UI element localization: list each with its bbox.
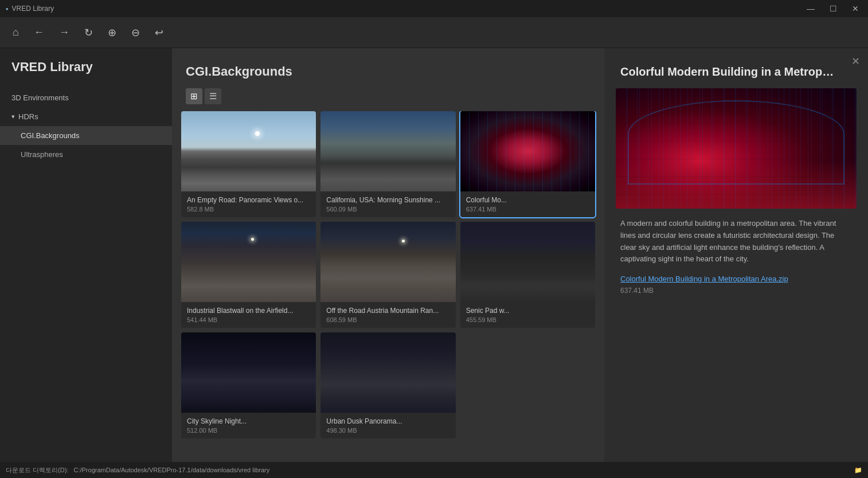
sidebar: VRED Library 3D Environments ▾ HDRs CGI.…	[0, 48, 172, 462]
item-thumbnail	[320, 111, 455, 191]
chevron-down-icon: ▾	[11, 113, 15, 120]
list-item[interactable]: City Skyline Night... 512.00 MB	[181, 332, 316, 438]
status-label: 다운로드 디렉토리(D):	[6, 467, 68, 473]
detail-title: Colorful Modern Building in a Metrop…	[604, 48, 868, 88]
main-area: VRED Library 3D Environments ▾ HDRs CGI.…	[0, 48, 868, 462]
item-thumbnail	[320, 222, 455, 302]
folder-icon[interactable]: 📁	[854, 467, 862, 474]
item-thumbnail	[460, 222, 595, 302]
item-name: Industrial Blastwall on the Airfield...	[187, 307, 310, 315]
item-size: 582.8 MB	[187, 206, 310, 213]
app-icon: ▪	[6, 5, 9, 13]
item-thumbnail	[181, 111, 316, 191]
status-path: 다운로드 디렉토리(D): C:/ProgramData/Autodesk/VR…	[6, 466, 269, 475]
detail-image	[616, 88, 857, 209]
status-bar: 다운로드 디렉토리(D): C:/ProgramData/Autodesk/VR…	[0, 462, 868, 478]
item-size: 560.09 MB	[326, 206, 449, 213]
item-info: City Skyline Night... 512.00 MB	[181, 413, 316, 438]
list-item[interactable]: Senic Pad w... 455.59 MB	[460, 222, 595, 328]
sidebar-item-3d-environments[interactable]: 3D Environments	[0, 88, 172, 107]
zoom-in-button[interactable]: ⊕	[103, 24, 121, 41]
item-size: 455.59 MB	[466, 316, 589, 323]
item-size: 608.59 MB	[326, 316, 449, 323]
item-name: Urban Dusk Panorama...	[326, 417, 449, 425]
list-item[interactable]: An Empty Road: Panoramic Views o... 582.…	[181, 111, 316, 217]
maximize-button[interactable]: ☐	[826, 3, 840, 14]
app-title: VRED Library	[12, 5, 54, 13]
content-header: CGI.Backgrounds	[172, 48, 604, 88]
sidebar-title: VRED Library	[0, 60, 172, 88]
item-name: California, USA: Morning Sunshine ...	[326, 196, 449, 204]
status-bar-right: 📁	[854, 467, 862, 474]
toolbar: ⌂ ← → ↻ ⊕ ⊖ ↩	[0, 17, 868, 48]
zoom-out-button[interactable]: ⊖	[127, 24, 144, 41]
item-info: Industrial Blastwall on the Airfield... …	[181, 302, 316, 328]
sidebar-child-label: Ultraspheres	[21, 150, 63, 159]
refresh-button[interactable]: ↻	[80, 24, 97, 41]
detail-description: A modern and colorful building in a metr…	[604, 218, 868, 275]
title-bar-right: — ☐ ✕	[803, 3, 862, 14]
item-thumbnail	[320, 332, 455, 413]
item-info: Colorful Mo... 637.41 MB	[460, 191, 595, 217]
status-path-value: C:/ProgramData/Autodesk/VREDPro-17.1/dat…	[73, 467, 269, 473]
close-button[interactable]: ✕	[849, 3, 862, 14]
content-area: CGI.Backgrounds ⊞ ☰ An Empty Road: Panor…	[172, 48, 604, 462]
grid-view-button[interactable]: ⊞	[186, 88, 202, 104]
item-name: Off the Road Austria Mountain Ran...	[326, 307, 449, 315]
item-info: Senic Pad w... 455.59 MB	[460, 302, 595, 328]
item-thumbnail	[181, 222, 316, 302]
item-info: California, USA: Morning Sunshine ... 56…	[320, 191, 455, 217]
title-bar: ▪ VRED Library — ☐ ✕	[0, 0, 868, 17]
item-info: An Empty Road: Panoramic Views o... 582.…	[181, 191, 316, 217]
item-info: Off the Road Austria Mountain Ran... 608…	[320, 302, 455, 328]
item-size: 637.41 MB	[466, 206, 589, 213]
list-item[interactable]: Industrial Blastwall on the Airfield... …	[181, 222, 316, 328]
forward-button[interactable]: →	[54, 24, 74, 41]
item-name: Senic Pad w...	[466, 307, 589, 315]
item-name: An Empty Road: Panoramic Views o...	[187, 196, 310, 204]
list-item[interactable]: California, USA: Morning Sunshine ... 56…	[320, 111, 455, 217]
detail-close-button[interactable]: ✕	[851, 55, 860, 68]
content-grid: An Empty Road: Panoramic Views o... 582.…	[181, 111, 595, 438]
item-info: Urban Dusk Panorama... 498.30 MB	[320, 413, 455, 438]
detail-download-link[interactable]: Colorful Modern Building in a Metropolit…	[604, 275, 868, 287]
sidebar-item-ultraspheres[interactable]: Ultraspheres	[0, 145, 172, 164]
list-item[interactable]: Off the Road Austria Mountain Ran... 608…	[320, 222, 455, 328]
item-size: 541.44 MB	[187, 316, 310, 323]
undo-button[interactable]: ↩	[150, 24, 168, 41]
sidebar-section-label: HDRs	[18, 112, 38, 121]
minimize-button[interactable]: —	[803, 3, 818, 14]
item-thumbnail	[460, 111, 595, 191]
item-name: Colorful Mo...	[466, 196, 589, 204]
detail-filesize: 637.41 MB	[604, 287, 868, 306]
grid-area: An Empty Road: Panoramic Views o... 582.…	[172, 111, 604, 462]
list-view-button[interactable]: ☰	[205, 88, 221, 104]
item-size: 498.30 MB	[326, 427, 449, 434]
title-bar-left: ▪ VRED Library	[6, 5, 54, 13]
sidebar-child-label: CGI.Backgrounds	[21, 131, 80, 140]
item-name: City Skyline Night...	[187, 417, 310, 425]
view-toggle: ⊞ ☰	[172, 88, 604, 111]
item-size: 512.00 MB	[187, 427, 310, 434]
detail-panel: ✕ Colorful Modern Building in a Metrop… …	[604, 48, 868, 462]
sidebar-section-hdrs[interactable]: ▾ HDRs	[0, 107, 172, 126]
home-button[interactable]: ⌂	[8, 24, 24, 41]
list-item[interactable]: Colorful Mo... 637.41 MB	[460, 111, 595, 217]
sidebar-item-label: 3D Environments	[11, 93, 69, 102]
sidebar-item-cgi-backgrounds[interactable]: CGI.Backgrounds	[0, 126, 172, 145]
back-button[interactable]: ←	[29, 24, 49, 41]
item-thumbnail	[181, 332, 316, 413]
list-item[interactable]: Urban Dusk Panorama... 498.30 MB	[320, 332, 455, 438]
